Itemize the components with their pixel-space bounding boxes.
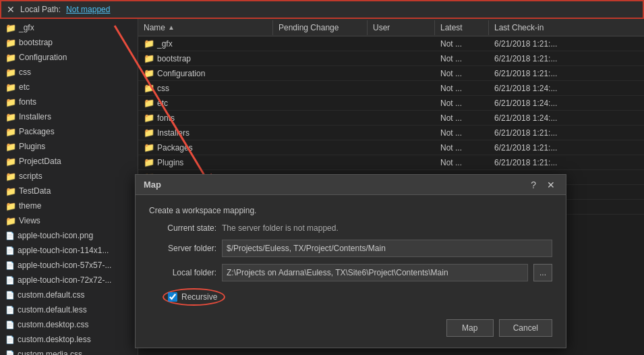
row-latest-cell: Not ... [435,127,489,139]
row-name-cell: 📁Plugins [138,156,273,169]
sidebar-item-label: apple-touch-icon.png [18,231,93,240]
row-latest-cell: Not ... [435,82,489,94]
row-user-cell [368,57,435,60]
row-name-label: Plugins [157,158,183,167]
sidebar-item[interactable]: 📄custom.default.less [0,302,138,317]
row-name-cell: 📁Packages [138,141,273,154]
sort-arrow-name: ▲ [168,24,175,31]
row-pending-cell [273,43,368,45]
folder-icon: 📁 [5,142,16,152]
table-row[interactable]: 📁ConfigurationNot ...6/21/2018 1:21:... [138,66,644,81]
dialog-close-button[interactable]: ✕ [544,180,558,190]
server-folder-input[interactable] [222,240,552,257]
row-checkin-cell: 6/21/2018 1:24:... [489,112,583,124]
sidebar-item[interactable]: 📁Packages [0,124,138,139]
sidebar-item-label: custom.desktop.less [18,335,91,344]
current-state-label: Current state: [149,223,216,233]
sidebar-item[interactable]: 📁ProjectData [0,154,138,169]
table-row[interactable]: 📁PluginsNot ...6/21/2018 1:21:... [138,155,644,170]
sidebar-item[interactable]: 📄custom.desktop.css [0,317,138,332]
row-name-label: Packages [157,143,193,153]
sidebar-item[interactable]: 📄apple-touch-icon.png [0,228,138,243]
row-latest-cell: Not ... [435,142,489,154]
sidebar-item[interactable]: 📄custom.media.css [0,347,138,355]
sidebar-item[interactable]: 📁Installers [0,109,138,124]
dialog-actions: Map Cancel [149,317,552,337]
sidebar: 📁_gfx📁bootstrap📁Configuration📁css📁etc📁fo… [0,19,138,355]
table-row[interactable]: 📁_gfxNot ...6/21/2018 1:21:... [138,36,644,51]
top-bar: ✕ Local Path: Not mapped [0,0,644,19]
sidebar-item[interactable]: 📄custom.default.css [0,288,138,302]
table-row[interactable]: 📁InstallersNot ...6/21/2018 1:21:... [138,126,644,140]
recursive-checkbox[interactable] [168,292,177,302]
col-pending[interactable]: Pending Change [273,20,368,35]
file-icon: 📄 [5,350,15,356]
file-icon: 📄 [5,231,15,240]
sidebar-item[interactable]: 📄custom.desktop.less [0,332,138,347]
row-name-cell: 📁_gfx [138,37,273,50]
table-row[interactable]: 📁etcNot ...6/21/2018 1:24:... [138,96,644,111]
sidebar-item[interactable]: 📄apple-touch-icon-114x1... [0,243,138,258]
sidebar-item-label: Views [19,216,40,225]
local-path-label: Local Path: [20,5,61,14]
table-row[interactable]: 📁PackagesNot ...6/21/2018 1:21:... [138,140,644,155]
row-pending-cell [273,161,368,164]
col-checkin[interactable]: Last Check-in [489,20,583,35]
file-icon: 📄 [5,306,15,315]
dialog-help-button[interactable]: ? [528,180,539,190]
folder-icon: 📁 [5,127,16,137]
sidebar-item-label: ProjectData [19,157,61,166]
server-folder-label: Server folder: [149,244,216,253]
folder-icon: 📁 [144,83,154,93]
row-user-cell [368,161,435,164]
col-user[interactable]: User [368,20,435,35]
table-row[interactable]: 📁bootstrapNot ...6/21/2018 1:21:... [138,51,644,66]
sidebar-item-label: css [19,67,31,77]
sidebar-item[interactable]: 📁Plugins [0,139,138,154]
folder-icon: 📁 [5,216,16,226]
current-state-value: The server folder is not mapped. [222,223,339,233]
sidebar-item[interactable]: 📁theme [0,198,138,213]
column-headers: Name ▲ Pending Change User Latest Last C… [138,19,644,36]
col-name[interactable]: Name ▲ [138,20,273,35]
sidebar-item[interactable]: 📁scripts [0,169,138,184]
browse-button[interactable]: ... [533,264,552,281]
not-mapped-link[interactable]: Not mapped [66,5,110,14]
sidebar-item[interactable]: 📁_gfx [0,20,138,35]
row-pending-cell [273,146,368,149]
row-checkin-cell: 6/21/2018 1:24:... [489,82,583,94]
sidebar-item[interactable]: 📁Configuration [0,50,138,65]
sidebar-item-label: etc [19,82,30,92]
sidebar-item[interactable]: 📁fonts [0,94,138,109]
current-state-row: Current state: The server folder is not … [149,223,552,233]
row-name-label: etc [157,99,168,108]
folder-icon: 📁 [5,186,16,196]
sidebar-item[interactable]: 📄apple-touch-icon-57x57-... [0,258,138,273]
close-icon[interactable]: ✕ [7,4,15,15]
folder-icon: 📁 [144,113,154,123]
local-folder-input[interactable] [222,264,528,281]
folder-icon: 📁 [144,68,154,78]
sidebar-item-label: apple-touch-icon-72x72-... [18,275,111,285]
sidebar-item[interactable]: 📁bootstrap [0,35,138,50]
row-latest-cell: Not ... [435,53,489,65]
sidebar-item-label: custom.default.css [18,290,84,300]
sidebar-item[interactable]: 📁css [0,65,138,80]
map-button[interactable]: Map [446,319,494,337]
sidebar-item[interactable]: 📁Views [0,213,138,228]
folder-icon: 📁 [5,67,16,78]
folder-icon: 📁 [5,171,16,182]
sidebar-item[interactable]: 📁TestData [0,184,138,198]
col-latest[interactable]: Latest [435,20,489,35]
cancel-button[interactable]: Cancel [499,319,552,337]
row-checkin-cell: 6/21/2018 1:21:... [489,38,583,50]
sidebar-item[interactable]: 📁etc [0,80,138,94]
row-name-label: css [157,84,169,93]
folder-icon: 📁 [144,142,154,153]
row-checkin-cell: 6/21/2018 1:21:... [489,142,583,154]
row-name-cell: 📁Installers [138,126,273,139]
folder-icon: 📁 [5,82,16,92]
sidebar-item[interactable]: 📄apple-touch-icon-72x72-... [0,273,138,288]
table-row[interactable]: 📁fontsNot ...6/21/2018 1:24:... [138,111,644,126]
table-row[interactable]: 📁cssNot ...6/21/2018 1:24:... [138,81,644,96]
